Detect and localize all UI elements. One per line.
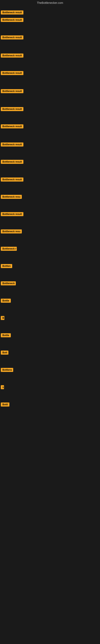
result-row-17: Bottleneck [0,280,17,287]
bottleneck-badge-7[interactable]: Bottleneck result [1,107,23,111]
result-row-16: Bottlen [0,263,13,270]
bottleneck-badge-1[interactable]: Bottleneck result [1,10,23,14]
result-row-3: Bottleneck result [0,34,24,41]
bottleneck-badge-6[interactable]: Bottleneck result [1,89,23,93]
result-row-22: Bottlens [0,367,14,374]
bottleneck-badge-23[interactable]: s [1,385,4,389]
bottleneck-badge-22[interactable]: Bottlens [1,368,13,372]
bottleneck-badge-24[interactable]: Bottl [1,402,9,406]
result-row-19: B [0,315,5,322]
bottleneck-badge-14[interactable]: Bottleneck resu [1,230,22,234]
bottleneck-badge-15[interactable]: Bottleneck r [1,247,17,251]
result-row-23: s [0,384,5,391]
result-row-2: Bottleneck result [0,17,24,24]
site-header: TheBottlenecker.com [0,0,100,6]
result-row-5: Bottleneck result [0,70,24,77]
bottleneck-badge-10[interactable]: Bottleneck result [1,160,23,164]
result-row-8: Bottleneck result [0,124,24,130]
result-row-13: Bottleneck result [0,211,24,218]
bottleneck-badge-21[interactable]: Bott [1,350,8,354]
bottleneck-badge-12[interactable]: Bottleneck resu [1,195,22,199]
result-row-12: Bottleneck resu [0,194,23,200]
result-row-7: Bottleneck result [0,106,24,113]
result-row-6: Bottleneck result [0,88,24,95]
bottleneck-badge-5[interactable]: Bottleneck result [1,71,23,75]
result-row-14: Bottleneck resu [0,228,23,235]
bottleneck-badge-2[interactable]: Bottleneck result [1,18,23,22]
bottleneck-badge-18[interactable]: Bottle [1,299,11,303]
bottleneck-badge-3[interactable]: Bottleneck result [1,36,23,40]
result-row-24: Bottl [0,402,10,408]
bottleneck-badge-17[interactable]: Bottleneck [1,281,16,285]
result-row-21: Bott [0,350,9,356]
bottleneck-badge-11[interactable]: Bottleneck result [1,178,23,182]
result-row-15: Bottleneck r [0,246,18,252]
bottleneck-badge-4[interactable]: Bottleneck result [1,54,23,58]
result-row-1: Bottleneck result [0,10,24,16]
result-row-18: Bottle [0,298,12,304]
bottleneck-badge-9[interactable]: Bottleneck result [1,142,23,146]
site-title-text: TheBottlenecker.com [37,1,63,4]
result-row-11: Bottleneck result [0,177,24,183]
bottleneck-badge-20[interactable]: Bottle [1,333,11,337]
result-row-10: Bottleneck result [0,159,24,166]
bottleneck-badge-13[interactable]: Bottleneck result [1,212,23,216]
bottleneck-badge-16[interactable]: Bottlen [1,264,12,268]
result-row-4: Bottleneck result [0,53,24,59]
bottleneck-badge-8[interactable]: Bottleneck result [1,124,23,128]
bottleneck-badge-19[interactable]: B [1,316,4,320]
result-row-20: Bottle [0,332,12,339]
result-row-9: Bottleneck result [0,142,24,148]
